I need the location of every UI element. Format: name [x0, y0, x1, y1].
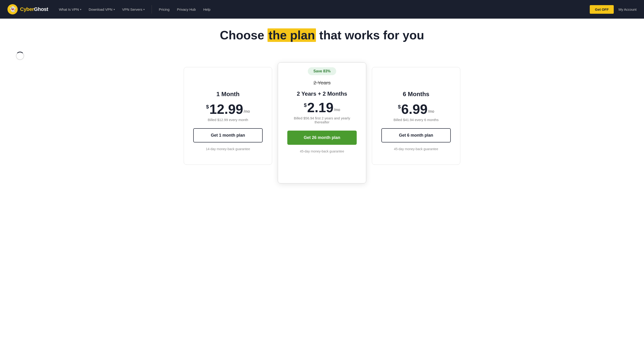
nav-links: What Is VPN ▾ Download VPN ▾ VPN Servers…	[56, 5, 590, 14]
nav-vpn-servers[interactable]: VPN Servers ▾	[119, 6, 148, 13]
price-row-1month: $ 12.99 /mo	[206, 102, 250, 116]
plan-name-1month: 1 Month	[216, 90, 240, 98]
pricing-row: 1 Month $ 12.99 /mo Billed $12.99 every …	[159, 65, 485, 188]
chevron-down-icon: ▾	[80, 8, 81, 11]
navbar: 👻 CyberGhost What Is VPN ▾ Download VPN …	[0, 0, 644, 18]
nav-divider	[152, 5, 152, 14]
nav-privacy-hub[interactable]: Privacy Hub	[174, 6, 199, 13]
price-dollar-2years: $	[304, 102, 307, 108]
price-amount-2years: 2.19	[307, 101, 334, 114]
plan-card-2years: Save 83% 2 Years 2 Years + 2 Months $ 2.…	[278, 62, 366, 184]
guarantee-1month: 14-day money-back guarantee	[206, 147, 250, 151]
logo-icon: 👻	[8, 4, 18, 14]
plan-card-1month: 1 Month $ 12.99 /mo Billed $12.99 every …	[184, 67, 272, 165]
nav-pricing[interactable]: Pricing	[156, 6, 173, 13]
nav-help[interactable]: Help	[200, 6, 214, 13]
plan-card-6months: 6 Months $ 6.99 /mo Billed $41.94 every …	[372, 67, 460, 165]
get-26month-plan-button[interactable]: Get 26 month plan	[287, 130, 357, 145]
price-per-6months: /mo	[428, 110, 434, 114]
get-1month-plan-button[interactable]: Get 1 month plan	[193, 128, 263, 142]
guarantee-2years: 45-day money-back guarantee	[300, 150, 344, 153]
plan-name-6months: 6 Months	[403, 90, 429, 98]
price-row-2years: $ 2.19 /mo	[304, 101, 340, 114]
get-6month-plan-button[interactable]: Get 6 month plan	[381, 128, 451, 142]
get-off-button[interactable]: Get OFF	[590, 5, 614, 14]
price-per-1month: /mo	[244, 110, 250, 114]
price-dollar-6months: $	[398, 104, 401, 110]
billed-text-1month: Billed $12.99 every month	[208, 118, 248, 122]
plan-name-strikethrough-2years: 2 Years	[314, 80, 330, 86]
chevron-down-icon: ▾	[114, 8, 115, 11]
guarantee-6months: 45-day money-back guarantee	[394, 147, 438, 151]
nav-what-is-vpn[interactable]: What Is VPN ▾	[56, 6, 84, 13]
page-title: Choose the plan that works for you	[5, 28, 639, 42]
logo-text: CyberGhost	[20, 6, 48, 12]
billed-text-2years: Billed $56.94 first 2 years and yearly t…	[287, 116, 357, 124]
price-row-6months: $ 6.99 /mo	[398, 102, 434, 116]
price-dollar-1month: $	[206, 104, 209, 110]
main-content: Choose the plan that works for you @keyf…	[0, 18, 644, 358]
plan-subtitle-2years: 2 Years + 2 Months	[297, 90, 347, 97]
nav-download-vpn[interactable]: Download VPN ▾	[86, 6, 118, 13]
nav-right: Get OFF My Account	[590, 5, 636, 14]
billed-text-6months: Billed $41.94 every 6 months	[394, 118, 438, 122]
logo[interactable]: 👻 CyberGhost	[8, 4, 48, 14]
price-amount-1month: 12.99	[209, 102, 243, 116]
my-account-link[interactable]: My Account	[618, 8, 636, 12]
chevron-down-icon: ▾	[144, 8, 144, 11]
price-amount-6months: 6.99	[401, 102, 428, 116]
price-per-2years: /mo	[334, 108, 340, 112]
save-badge-2years: Save 83%	[308, 67, 336, 75]
loading-spinner	[16, 52, 24, 60]
